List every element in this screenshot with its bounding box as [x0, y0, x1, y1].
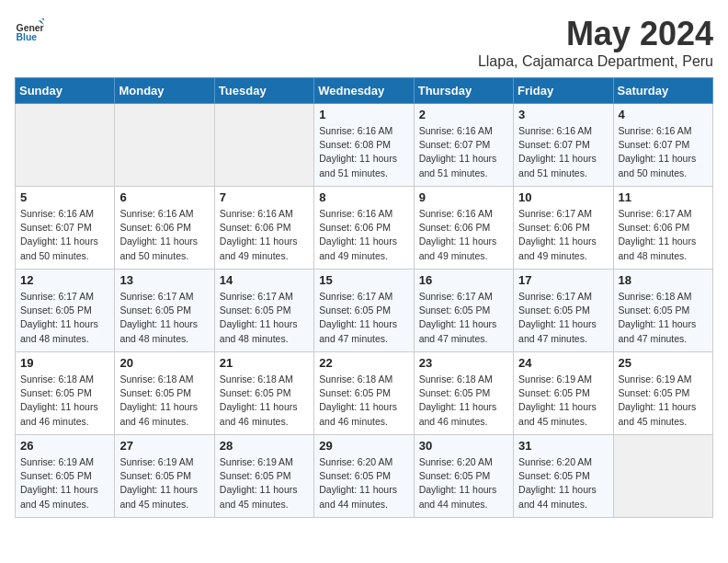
calendar-cell: 18Sunrise: 6:18 AM Sunset: 6:05 PM Dayli… — [613, 270, 712, 352]
calendar-cell: 7Sunrise: 6:16 AM Sunset: 6:06 PM Daylig… — [214, 187, 313, 270]
day-info: Sunrise: 6:17 AM Sunset: 6:06 PM Dayligh… — [518, 207, 608, 263]
day-number: 4 — [619, 108, 708, 121]
svg-text:General: General — [17, 23, 44, 33]
day-info: Sunrise: 6:19 AM Sunset: 6:05 PM Dayligh… — [220, 455, 309, 511]
calendar-cell: 14Sunrise: 6:17 AM Sunset: 6:05 PM Dayli… — [214, 270, 313, 352]
day-info: Sunrise: 6:17 AM Sunset: 6:05 PM Dayligh… — [119, 290, 209, 346]
day-number: 29 — [319, 439, 408, 453]
calendar-cell — [115, 104, 214, 187]
weekday-header: Wednesday — [314, 78, 414, 104]
weekday-header: Friday — [514, 78, 613, 104]
weekday-header: Monday — [115, 78, 214, 104]
day-info: Sunrise: 6:18 AM Sunset: 6:05 PM Dayligh… — [220, 373, 309, 429]
day-number: 8 — [319, 190, 408, 204]
weekday-header: Saturday — [613, 78, 712, 104]
logo: General Blue — [15, 15, 44, 44]
calendar-week-row: 19Sunrise: 6:18 AM Sunset: 6:05 PM Dayli… — [16, 352, 713, 435]
day-info: Sunrise: 6:16 AM Sunset: 6:07 PM Dayligh… — [518, 124, 608, 180]
day-info: Sunrise: 6:17 AM Sunset: 6:05 PM Dayligh… — [20, 290, 109, 346]
calendar-table: SundayMondayTuesdayWednesdayThursdayFrid… — [15, 77, 713, 518]
month-title: May 2024 — [478, 15, 713, 53]
day-info: Sunrise: 6:17 AM Sunset: 6:05 PM Dayligh… — [419, 290, 508, 346]
day-info: Sunrise: 6:19 AM Sunset: 6:05 PM Dayligh… — [619, 373, 708, 429]
calendar-cell: 31Sunrise: 6:20 AM Sunset: 6:05 PM Dayli… — [514, 435, 613, 518]
day-info: Sunrise: 6:19 AM Sunset: 6:05 PM Dayligh… — [518, 373, 608, 429]
calendar-cell: 4Sunrise: 6:16 AM Sunset: 6:07 PM Daylig… — [613, 104, 712, 187]
calendar-cell — [613, 435, 712, 518]
calendar-cell: 3Sunrise: 6:16 AM Sunset: 6:07 PM Daylig… — [514, 104, 613, 187]
calendar-cell: 11Sunrise: 6:17 AM Sunset: 6:06 PM Dayli… — [613, 187, 712, 270]
day-info: Sunrise: 6:16 AM Sunset: 6:08 PM Dayligh… — [319, 124, 408, 180]
day-number: 10 — [518, 190, 608, 204]
day-info: Sunrise: 6:19 AM Sunset: 6:05 PM Dayligh… — [20, 455, 109, 511]
day-number: 16 — [419, 273, 508, 287]
day-number: 11 — [619, 190, 708, 204]
location-subtitle: Llapa, Cajamarca Department, Peru — [478, 53, 713, 70]
day-number: 2 — [419, 108, 508, 121]
day-info: Sunrise: 6:18 AM Sunset: 6:05 PM Dayligh… — [119, 373, 209, 429]
calendar-cell: 19Sunrise: 6:18 AM Sunset: 6:05 PM Dayli… — [16, 352, 115, 435]
day-number: 28 — [220, 439, 309, 453]
calendar-cell: 13Sunrise: 6:17 AM Sunset: 6:05 PM Dayli… — [115, 270, 214, 352]
calendar-cell: 2Sunrise: 6:16 AM Sunset: 6:07 PM Daylig… — [414, 104, 513, 187]
day-info: Sunrise: 6:19 AM Sunset: 6:05 PM Dayligh… — [119, 455, 209, 511]
day-info: Sunrise: 6:16 AM Sunset: 6:06 PM Dayligh… — [119, 207, 209, 263]
day-info: Sunrise: 6:16 AM Sunset: 6:06 PM Dayligh… — [220, 207, 309, 263]
svg-text:Blue: Blue — [17, 32, 38, 42]
day-info: Sunrise: 6:16 AM Sunset: 6:06 PM Dayligh… — [419, 207, 508, 263]
calendar-cell: 24Sunrise: 6:19 AM Sunset: 6:05 PM Dayli… — [514, 352, 613, 435]
day-info: Sunrise: 6:18 AM Sunset: 6:05 PM Dayligh… — [20, 373, 109, 429]
day-number: 23 — [419, 356, 508, 370]
day-number: 9 — [419, 190, 508, 204]
weekday-header: Thursday — [414, 78, 513, 104]
day-info: Sunrise: 6:17 AM Sunset: 6:05 PM Dayligh… — [319, 290, 408, 346]
day-number: 22 — [319, 356, 408, 370]
calendar-week-row: 12Sunrise: 6:17 AM Sunset: 6:05 PM Dayli… — [16, 270, 713, 352]
calendar-cell: 16Sunrise: 6:17 AM Sunset: 6:05 PM Dayli… — [414, 270, 513, 352]
day-number: 17 — [518, 273, 608, 287]
calendar-cell: 12Sunrise: 6:17 AM Sunset: 6:05 PM Dayli… — [16, 270, 115, 352]
calendar-cell: 29Sunrise: 6:20 AM Sunset: 6:05 PM Dayli… — [314, 435, 414, 518]
day-number: 14 — [220, 273, 309, 287]
day-number: 21 — [220, 356, 309, 370]
day-number: 26 — [20, 439, 109, 453]
day-number: 15 — [319, 273, 408, 287]
day-number: 24 — [518, 356, 608, 370]
day-info: Sunrise: 6:18 AM Sunset: 6:05 PM Dayligh… — [619, 290, 708, 346]
calendar-cell: 30Sunrise: 6:20 AM Sunset: 6:05 PM Dayli… — [414, 435, 513, 518]
calendar-cell: 17Sunrise: 6:17 AM Sunset: 6:05 PM Dayli… — [514, 270, 613, 352]
day-info: Sunrise: 6:20 AM Sunset: 6:05 PM Dayligh… — [319, 455, 408, 511]
day-info: Sunrise: 6:20 AM Sunset: 6:05 PM Dayligh… — [419, 455, 508, 511]
calendar-week-row: 5Sunrise: 6:16 AM Sunset: 6:07 PM Daylig… — [16, 187, 713, 270]
calendar-cell — [16, 104, 115, 187]
day-info: Sunrise: 6:17 AM Sunset: 6:05 PM Dayligh… — [518, 290, 608, 346]
day-info: Sunrise: 6:16 AM Sunset: 6:07 PM Dayligh… — [619, 124, 708, 180]
weekday-header: Sunday — [16, 78, 115, 104]
day-info: Sunrise: 6:20 AM Sunset: 6:05 PM Dayligh… — [518, 455, 608, 511]
day-info: Sunrise: 6:16 AM Sunset: 6:07 PM Dayligh… — [419, 124, 508, 180]
calendar-week-row: 26Sunrise: 6:19 AM Sunset: 6:05 PM Dayli… — [16, 435, 713, 518]
day-number: 31 — [518, 439, 608, 453]
calendar-cell: 25Sunrise: 6:19 AM Sunset: 6:05 PM Dayli… — [613, 352, 712, 435]
day-info: Sunrise: 6:17 AM Sunset: 6:06 PM Dayligh… — [619, 207, 708, 263]
day-number: 12 — [20, 273, 109, 287]
day-number: 13 — [119, 273, 209, 287]
day-number: 19 — [20, 356, 109, 370]
day-number: 7 — [220, 190, 309, 204]
calendar-cell: 28Sunrise: 6:19 AM Sunset: 6:05 PM Dayli… — [214, 435, 313, 518]
calendar-cell: 21Sunrise: 6:18 AM Sunset: 6:05 PM Dayli… — [214, 352, 313, 435]
calendar-cell: 15Sunrise: 6:17 AM Sunset: 6:05 PM Dayli… — [314, 270, 414, 352]
calendar-cell: 9Sunrise: 6:16 AM Sunset: 6:06 PM Daylig… — [414, 187, 513, 270]
calendar-cell: 5Sunrise: 6:16 AM Sunset: 6:07 PM Daylig… — [16, 187, 115, 270]
day-number: 30 — [419, 439, 508, 453]
calendar-cell: 10Sunrise: 6:17 AM Sunset: 6:06 PM Dayli… — [514, 187, 613, 270]
day-number: 3 — [518, 108, 608, 121]
calendar-header: SundayMondayTuesdayWednesdayThursdayFrid… — [16, 78, 713, 104]
calendar-cell: 6Sunrise: 6:16 AM Sunset: 6:06 PM Daylig… — [115, 187, 214, 270]
day-info: Sunrise: 6:18 AM Sunset: 6:05 PM Dayligh… — [319, 373, 408, 429]
calendar-cell: 26Sunrise: 6:19 AM Sunset: 6:05 PM Dayli… — [16, 435, 115, 518]
calendar-body: 1Sunrise: 6:16 AM Sunset: 6:08 PM Daylig… — [16, 104, 713, 518]
day-info: Sunrise: 6:17 AM Sunset: 6:05 PM Dayligh… — [220, 290, 309, 346]
calendar-week-row: 1Sunrise: 6:16 AM Sunset: 6:08 PM Daylig… — [16, 104, 713, 187]
day-number: 1 — [319, 108, 408, 121]
